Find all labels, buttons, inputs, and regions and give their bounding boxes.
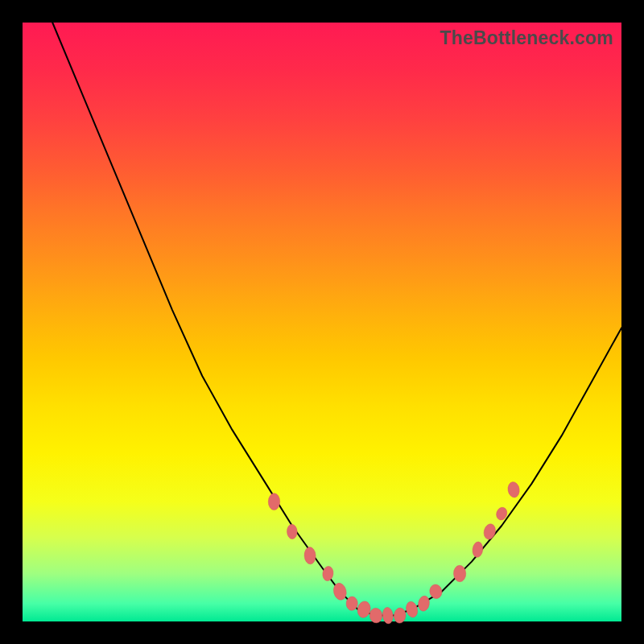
marker-dot (369, 608, 382, 624)
marker-dot (507, 481, 521, 498)
plot-area: TheBottleneck.com (23, 23, 621, 621)
marker-dot (382, 607, 394, 625)
marker-dot (322, 566, 334, 582)
marker-dot (417, 595, 431, 612)
chart-svg (23, 23, 621, 621)
highlight-markers (268, 481, 520, 625)
marker-dot (287, 524, 297, 539)
marker-dot (356, 600, 372, 618)
marker-dot (304, 547, 316, 564)
marker-dot (453, 565, 466, 582)
marker-dot (472, 541, 484, 558)
bottleneck-curve-line (52, 23, 621, 616)
marker-dot (268, 493, 280, 510)
marker-dot (393, 607, 407, 623)
marker-dot (405, 601, 419, 619)
marker-dot (482, 522, 497, 540)
chart-frame: TheBottleneck.com (0, 0, 644, 644)
